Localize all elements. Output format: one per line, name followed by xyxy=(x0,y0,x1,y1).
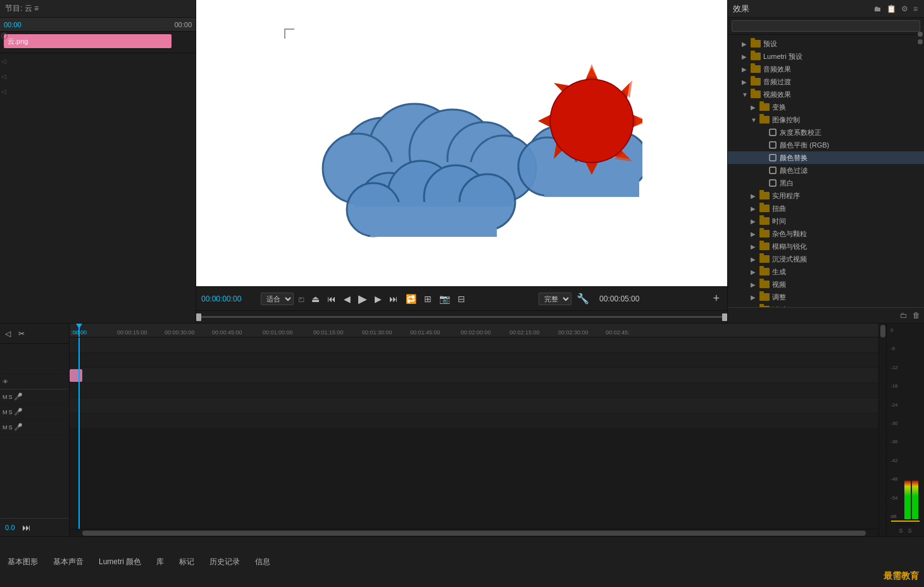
arrow-audio-trans: ▶ xyxy=(742,79,751,85)
fit-select[interactable]: 适合 xyxy=(261,293,294,305)
tree-item-noise[interactable]: ▶ 杂色与颗粒 xyxy=(728,227,924,240)
tree-item-preset[interactable]: ▶ 预设 xyxy=(728,37,924,50)
timeline-ruler[interactable]: :00:00 00:00:15:00 00:00:30:00 00:00:45:… xyxy=(70,324,878,338)
tree-label-vr: 沉浸式视频 xyxy=(772,255,807,264)
arrow-video: ▶ xyxy=(751,281,759,288)
tree-item-time[interactable]: ▶ 时间 xyxy=(728,215,924,227)
meter-panel: 0 -6 -12 -18 -24 -30 -36 -42 -48 -54 dB xyxy=(886,324,924,536)
timeline-track-a2[interactable] xyxy=(70,398,878,413)
timeline-track-v1[interactable] xyxy=(70,338,878,353)
play-btn[interactable]: ▶ xyxy=(356,291,370,307)
tree-label-image-ctrl: 图像控制 xyxy=(772,115,800,125)
tree-item-generate[interactable]: ▶ 生成 xyxy=(728,265,924,278)
delete-btn[interactable]: 🗑 xyxy=(911,310,921,320)
effects-icon-2[interactable]: 📋 xyxy=(885,4,897,14)
meter-container: 0 -6 -12 -18 -24 -30 -36 -42 -48 -54 dB xyxy=(887,324,924,524)
effects-icon-3[interactable]: ⚙ xyxy=(900,4,909,14)
timeline-hscroll-thumb[interactable] xyxy=(82,531,866,536)
tree-item-video-fx[interactable]: ▼ 视频效果 xyxy=(728,88,924,101)
tree-item-gamma[interactable]: 灰度系数校正 xyxy=(728,126,924,139)
tree-item-color-replace[interactable]: 颜色替换 xyxy=(728,151,924,164)
arrow-blur: ▶ xyxy=(751,243,759,250)
effects-tree: ▶ 预设 ▶ Lumetri 预设 ▶ 音频效果 ▶ 音频过渡 ▼ xyxy=(728,35,924,307)
panel-info[interactable]: 信息 xyxy=(255,557,270,567)
scrubber-handle-left[interactable] xyxy=(196,313,201,321)
meter-label-6: -6 xyxy=(890,346,903,351)
tree-item-lumetri-preset[interactable]: ▶ Lumetri 预设 xyxy=(728,50,924,63)
go-to-in-btn[interactable]: ⏮ xyxy=(325,293,339,305)
file-icon-bw xyxy=(768,179,777,187)
tree-item-audio-trans[interactable]: ▶ 音频过渡 xyxy=(728,75,924,88)
vscroll-thumb[interactable] xyxy=(880,325,885,338)
tree-item-utility[interactable]: ▶ 实用程序 xyxy=(728,189,924,202)
scrubber-row[interactable] xyxy=(196,310,727,323)
timeline-tracks-area[interactable] xyxy=(70,338,878,529)
tree-item-transform[interactable]: ▶ 变换 xyxy=(728,101,924,113)
tree-item-adjust[interactable]: ▶ 调整 xyxy=(728,291,924,303)
track-icon-2: ◁ xyxy=(0,68,8,84)
tree-item-image-ctrl[interactable]: ▼ 图像控制 xyxy=(728,113,924,126)
panel-library[interactable]: 库 xyxy=(156,557,164,567)
arrow-image-ctrl: ▼ xyxy=(751,117,759,123)
safe-margin-btn[interactable]: ⊞ xyxy=(421,293,434,305)
tree-item-bw[interactable]: 黑白 xyxy=(728,177,924,189)
timeline-track-a1[interactable] xyxy=(70,383,878,398)
tree-item-vr[interactable]: ▶ 沉浸式视频 xyxy=(728,253,924,265)
track-s-label-a3: S xyxy=(9,424,13,431)
meter-s-btn-1[interactable]: S xyxy=(899,527,902,534)
vscroll-marker-1 xyxy=(918,32,923,37)
timeline-track-a3[interactable] xyxy=(70,413,878,429)
folder-icon-video xyxy=(759,281,770,288)
sequence-mini-timeline[interactable]: 00:00 00:00 云.png ◁ ◁ ◁ xyxy=(0,18,196,323)
panel-essential-sound[interactable]: 基本声音 xyxy=(53,557,84,567)
panel-essential-graphics[interactable]: 基本图形 xyxy=(8,557,38,567)
meter-label-54: -54 xyxy=(890,495,903,501)
timeline-tool-2[interactable]: ✂ xyxy=(16,328,27,339)
timeline-track-v3[interactable] xyxy=(70,368,878,383)
mark-out-btn[interactable]: ⏏ xyxy=(309,293,322,305)
folder-icon-blur xyxy=(759,243,770,250)
timeline-bottom-left: 0.0 ⏭ xyxy=(0,518,69,536)
timeline-track-v2[interactable] xyxy=(70,353,878,368)
timeline-hscroll[interactable] xyxy=(70,529,878,536)
tree-label-noise: 杂色与颗粒 xyxy=(772,229,807,239)
track-label-a1: M S 🎤 xyxy=(0,389,69,405)
panel-lumetri-color[interactable]: Lumetri 颜色 xyxy=(99,557,141,567)
tick-1m45: 00:01:45:00 xyxy=(410,329,440,336)
search-input[interactable] xyxy=(732,20,920,32)
meter-s-btn-2[interactable]: S xyxy=(908,527,912,534)
add-btn[interactable]: + xyxy=(710,291,722,306)
new-folder-btn[interactable]: 🗀 xyxy=(899,310,909,320)
tree-item-color-balance[interactable]: 颜色平衡 (RGB) xyxy=(728,139,924,151)
panel-markers[interactable]: 标记 xyxy=(179,557,194,567)
watermark-text: 最需教育 xyxy=(883,571,919,581)
step-forward-btn[interactable]: ▶ xyxy=(372,293,384,305)
timeline-clip-v3[interactable] xyxy=(70,369,82,382)
tree-item-blur[interactable]: ▶ 模糊与锐化 xyxy=(728,240,924,253)
effects-icon-1[interactable]: 🖿 xyxy=(873,4,883,14)
mark-in-btn[interactable]: ⏍ xyxy=(296,293,306,305)
effects-panel-icons: 🖿 📋 ⚙ ≡ xyxy=(873,4,919,14)
multi-cam-btn[interactable]: ⊟ xyxy=(455,293,468,305)
tree-item-audio-fx[interactable]: ▶ 音频效果 xyxy=(728,63,924,75)
go-to-out-btn[interactable]: ⏭ xyxy=(387,293,401,305)
tree-item-video[interactable]: ▶ 视频 xyxy=(728,278,924,291)
timeline-tool-1[interactable]: ◁ xyxy=(3,328,13,339)
loop-btn[interactable]: 🔁 xyxy=(403,293,419,305)
tree-item-color-filter[interactable]: 颜色过滤 xyxy=(728,164,924,177)
tree-label-blur: 模糊与锐化 xyxy=(772,242,807,251)
tree-label-color-filter: 颜色过滤 xyxy=(780,166,808,175)
export-frame-btn[interactable]: 📷 xyxy=(437,293,453,305)
effects-panel-menu[interactable]: ≡ xyxy=(912,4,919,14)
timeline-go-to-end[interactable]: ⏭ xyxy=(20,521,34,534)
mic-icon-a3: 🎤 xyxy=(14,423,23,431)
quality-select[interactable]: 完整 xyxy=(539,293,571,305)
step-back-btn[interactable]: ◀ xyxy=(341,293,353,305)
timeline-vscroll[interactable] xyxy=(878,324,886,536)
svg-rect-35 xyxy=(770,155,776,161)
clip-item-pink[interactable]: 云.png xyxy=(4,34,172,48)
tree-item-distort[interactable]: ▶ 扭曲 xyxy=(728,202,924,215)
panel-history[interactable]: 历史记录 xyxy=(209,557,240,567)
svg-rect-34 xyxy=(770,142,776,148)
scrubber-handle-right[interactable] xyxy=(722,313,727,321)
